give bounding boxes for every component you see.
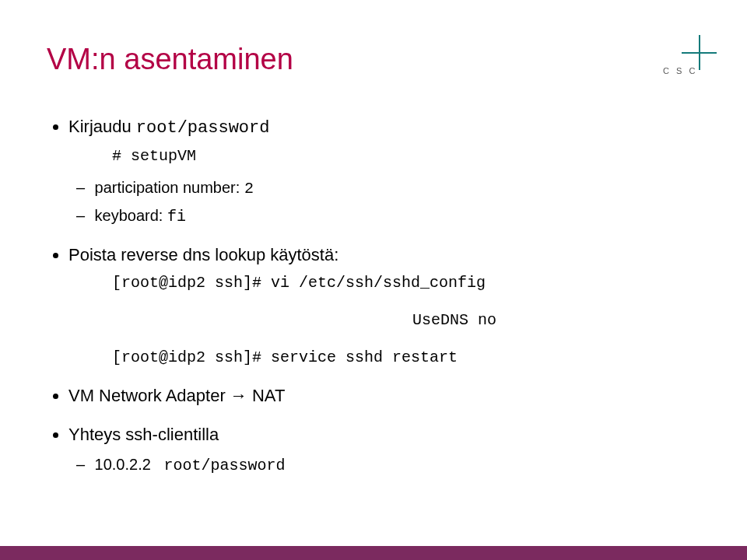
csc-logo: C S C	[646, 35, 724, 82]
vi-command: [root@idp2 ssh]# vi /etc/ssh/sshd_config	[68, 272, 700, 294]
footer-bar	[0, 546, 747, 560]
slide-content: VM:n asentaminen Kirjaudu root/password …	[0, 0, 747, 477]
ssh-sublist: 10.0.2.2 root/password	[68, 453, 700, 477]
usedns-line: UseDNS no	[68, 310, 700, 331]
participation-item: participation number: 2	[90, 177, 700, 200]
bullet-list: Kirjaudu root/password # setupVM partici…	[47, 115, 700, 477]
bullet-ssh-client: Yhteys ssh-clientilla 10.0.2.2 root/pass…	[68, 423, 700, 477]
restart-command: [root@idp2 ssh]# service sshd restart	[68, 347, 700, 369]
keyboard-item: keyboard: fi	[90, 205, 700, 228]
setup-command: # setupVM	[68, 145, 700, 167]
bullet-adapter: VM Network Adapter → NAT	[68, 384, 700, 408]
logo-text: C S C	[663, 66, 697, 75]
slide-title: VM:n asentaminen	[47, 43, 700, 76]
bullet-login: Kirjaudu root/password # setupVM partici…	[68, 115, 700, 228]
login-sublist: participation number: 2 keyboard: fi	[68, 177, 700, 228]
ip-item: 10.0.2.2 root/password	[90, 453, 700, 477]
bullet-dns: Poista reverse dns lookup käytöstä: [roo…	[68, 243, 700, 369]
